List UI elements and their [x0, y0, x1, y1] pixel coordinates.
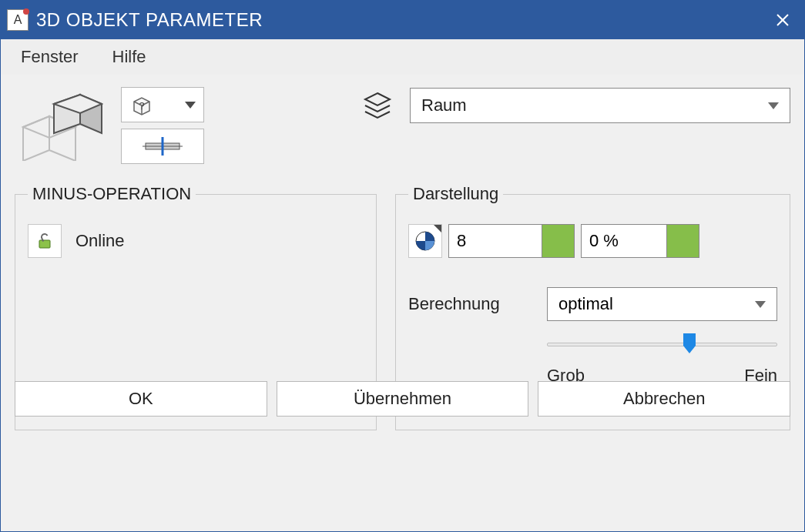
- footer: OK Übernehmen Abbrechen: [15, 381, 790, 417]
- titlebar-left: A 3D OBJEKT PARAMETER: [7, 9, 263, 31]
- object-preview: [15, 87, 107, 164]
- unlock-icon: [35, 231, 55, 251]
- segments-color-swatch[interactable]: [542, 225, 574, 257]
- app-icon: A: [7, 9, 29, 31]
- object-type-dropdown[interactable]: ?: [121, 87, 204, 122]
- question-cube-icon: ?: [131, 94, 153, 115]
- cubes-icon: [18, 90, 103, 161]
- darstellung-legend: Darstellung: [408, 184, 503, 204]
- close-button[interactable]: [764, 2, 801, 38]
- close-icon: [776, 13, 790, 27]
- svg-marker-2: [23, 116, 49, 161]
- online-row: Online: [28, 224, 364, 258]
- section-tool-button[interactable]: [121, 129, 204, 164]
- berechnung-select[interactable]: optimal: [547, 287, 777, 321]
- cancel-button[interactable]: Abbrechen: [538, 381, 790, 417]
- layer-area: Raum: [359, 87, 790, 124]
- menu-hilfe[interactable]: Hilfe: [106, 42, 153, 72]
- titlebar: A 3D OBJEKT PARAMETER: [1, 1, 804, 39]
- chevron-down-icon: [185, 102, 196, 109]
- berechnung-row: Berechnung optimal: [408, 287, 777, 321]
- lock-toggle-button[interactable]: [28, 224, 62, 258]
- window-title: 3D OBJEKT PARAMETER: [36, 9, 263, 31]
- percent-input[interactable]: [582, 225, 666, 257]
- layers-icon: [359, 87, 396, 124]
- menubar: Fenster Hilfe: [1, 39, 804, 75]
- segments-input[interactable]: [449, 225, 542, 257]
- layer-select-value: Raum: [421, 95, 467, 115]
- segments-field: [448, 224, 575, 258]
- tool-column: ?: [121, 87, 204, 164]
- pie-icon: [414, 229, 437, 253]
- color-mode-button[interactable]: [408, 224, 442, 258]
- svg-marker-19: [683, 333, 696, 353]
- percent-color-swatch[interactable]: [666, 225, 699, 257]
- percent-field: [581, 224, 699, 258]
- apply-button[interactable]: Übernehmen: [277, 381, 529, 417]
- svg-marker-16: [365, 93, 390, 105]
- slider-wrap: Grob Fein: [408, 338, 777, 386]
- slider-rail: [547, 343, 777, 346]
- berechnung-value: optimal: [558, 294, 613, 314]
- berechnung-label: Berechnung: [408, 294, 524, 314]
- menu-fenster[interactable]: Fenster: [15, 42, 85, 72]
- slider-thumb[interactable]: [681, 333, 698, 353]
- quality-slider[interactable]: [547, 338, 777, 352]
- section-plane-icon: [141, 136, 184, 157]
- darstellung-values-row: [408, 224, 777, 258]
- chevron-down-icon: [768, 102, 779, 109]
- layer-select[interactable]: Raum: [410, 88, 790, 123]
- minus-operation-legend: MINUS-OPERATION: [28, 184, 196, 204]
- svg-rect-17: [39, 240, 50, 248]
- chevron-down-icon: [755, 301, 766, 308]
- app-icon-letter: A: [14, 13, 22, 27]
- svg-text:?: ?: [139, 100, 144, 112]
- top-row: ?: [15, 87, 790, 164]
- dialog-window: A 3D OBJEKT PARAMETER Fenster Hilfe: [0, 0, 805, 532]
- online-label: Online: [75, 231, 125, 251]
- ok-button[interactable]: OK: [15, 381, 267, 417]
- client-area: ?: [1, 75, 804, 430]
